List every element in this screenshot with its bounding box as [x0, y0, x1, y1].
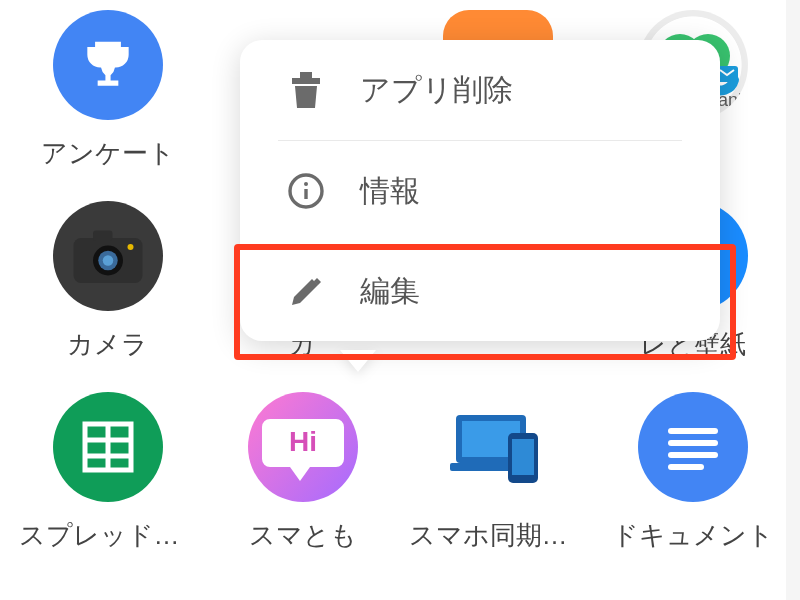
app-sync[interactable]: スマホ同期管... — [405, 392, 590, 553]
app-label: ドキュメント — [612, 518, 774, 553]
docs-icon — [638, 392, 748, 502]
trophy-icon — [53, 10, 163, 120]
app-camera[interactable]: カメラ — [15, 201, 200, 362]
svg-point-7 — [102, 255, 113, 266]
sheets-icon — [53, 392, 163, 502]
svg-rect-25 — [300, 72, 312, 78]
menu-edit[interactable]: 編集 — [240, 241, 720, 341]
app-label: スマホ同期管... — [409, 518, 587, 553]
pencil-icon — [286, 271, 326, 311]
svg-point-27 — [304, 182, 308, 186]
menu-label: アプリ削除 — [360, 70, 513, 111]
hi-text: Hi — [289, 426, 317, 457]
right-edge-strip — [786, 0, 800, 600]
app-sheets[interactable]: スプレッドシ... — [15, 392, 200, 553]
app-hi[interactable]: Hi スマとも — [210, 392, 395, 553]
svg-rect-24 — [292, 78, 320, 84]
camera-icon — [53, 201, 163, 311]
app-docs[interactable]: ドキュメント — [600, 392, 785, 553]
svg-rect-19 — [512, 439, 534, 475]
menu-info[interactable]: 情報 — [240, 141, 720, 241]
app-survey[interactable]: アンケート — [15, 10, 200, 171]
app-label: カメラ — [67, 327, 148, 362]
hi-icon: Hi — [248, 392, 358, 502]
menu-delete[interactable]: アプリ削除 — [240, 40, 720, 140]
trash-icon — [286, 70, 326, 110]
app-label: スプレッドシ... — [19, 518, 197, 553]
menu-label: 情報 — [360, 171, 420, 212]
app-label: スマとも — [249, 518, 357, 553]
svg-rect-4 — [93, 231, 113, 242]
sync-icon — [443, 392, 553, 502]
svg-point-8 — [127, 244, 133, 250]
context-menu: アプリ削除 情報 編集 — [240, 40, 720, 341]
menu-label: 編集 — [360, 271, 420, 312]
app-label: アンケート — [41, 136, 175, 171]
menu-pointer — [340, 350, 376, 372]
info-icon — [286, 171, 326, 211]
